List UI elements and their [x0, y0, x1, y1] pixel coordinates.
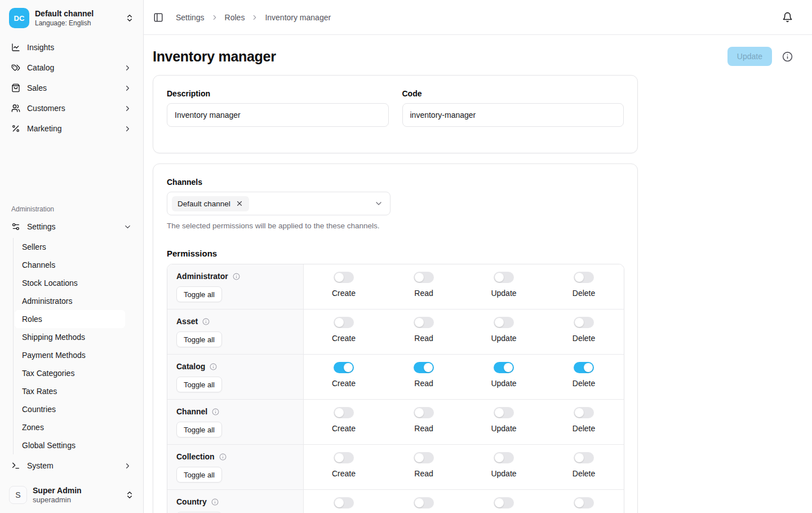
- remove-channel-icon[interactable]: [236, 200, 243, 207]
- toggle-collection-create[interactable]: [334, 452, 354, 463]
- permission-action-label: Delete: [573, 469, 595, 478]
- info-icon[interactable]: [202, 318, 210, 325]
- toggle-administrator-delete[interactable]: [574, 272, 594, 283]
- page-info-button[interactable]: [782, 51, 793, 62]
- toggle-catalog-update[interactable]: [494, 362, 514, 373]
- permission-action-label: Delete: [573, 334, 595, 343]
- toggle-asset-create[interactable]: [334, 317, 354, 328]
- permission-action-label: Delete: [573, 289, 595, 298]
- toggle-asset-update[interactable]: [494, 317, 514, 328]
- sidebar-item-zones[interactable]: Zones: [15, 418, 125, 436]
- toggle-collection-read[interactable]: [414, 452, 434, 463]
- chevron-right-icon: [123, 125, 132, 133]
- permissions-card: Channels Default channel The selected pe…: [153, 163, 638, 513]
- toggle-country-read[interactable]: [414, 497, 434, 508]
- toggle-channel-read[interactable]: [414, 407, 434, 418]
- sidebar-item-marketing[interactable]: Marketing: [7, 118, 136, 139]
- sidebar-item-shipping-methods[interactable]: Shipping Methods: [15, 328, 125, 346]
- sidebar-item-roles[interactable]: Roles: [15, 310, 125, 328]
- breadcrumb-item-roles[interactable]: Roles: [225, 13, 245, 22]
- workspace-language: Language: English: [35, 19, 94, 27]
- permission-action-label: Create: [332, 379, 356, 388]
- sidebar-item-label: Customers: [27, 104, 65, 113]
- permission-row-catalog: CatalogToggle allCreateReadUpdateDelete: [167, 354, 624, 399]
- permission-action-label: Read: [414, 424, 433, 433]
- permission-row-administrator: AdministratorToggle allCreateReadUpdateD…: [167, 264, 624, 309]
- toggle-country-create[interactable]: [334, 497, 354, 508]
- sidebar-item-label: Sales: [27, 83, 47, 92]
- chevrons-up-down-icon: [125, 490, 134, 499]
- breadcrumb-item-settings[interactable]: Settings: [176, 13, 205, 22]
- panel-left-icon: [153, 12, 163, 23]
- workspace-name: Default channel: [35, 9, 94, 18]
- chevron-right-icon: [123, 462, 132, 470]
- code-input[interactable]: [402, 103, 624, 127]
- toggle-asset-delete[interactable]: [574, 317, 594, 328]
- toggle-all-button-asset[interactable]: Toggle all: [176, 331, 222, 347]
- sidebar-item-settings[interactable]: Settings: [7, 216, 136, 237]
- permission-row-collection: CollectionToggle allCreateReadUpdateDele…: [167, 444, 624, 489]
- info-icon[interactable]: [233, 273, 240, 280]
- toggle-country-delete[interactable]: [574, 497, 594, 508]
- info-icon[interactable]: [211, 498, 219, 506]
- update-button[interactable]: Update: [727, 47, 772, 66]
- channels-select[interactable]: Default channel: [167, 192, 391, 215]
- info-icon[interactable]: [212, 408, 219, 415]
- permission-action-label: Read: [414, 289, 433, 298]
- sidebar-item-payment-methods[interactable]: Payment Methods: [15, 346, 125, 364]
- description-input[interactable]: [167, 103, 389, 127]
- toggle-all-button-catalog[interactable]: Toggle all: [176, 377, 222, 392]
- permission-action-label: Create: [332, 469, 356, 478]
- toggle-all-button-channel[interactable]: Toggle all: [176, 422, 222, 437]
- sidebar-item-label: Settings: [27, 222, 56, 231]
- permission-entity-cell: CatalogToggle all: [167, 355, 304, 399]
- bell-icon: [782, 12, 793, 23]
- info-icon: [782, 51, 793, 62]
- toggle-administrator-read[interactable]: [414, 272, 434, 283]
- toggle-administrator-create[interactable]: [334, 272, 354, 283]
- sidebar-item-catalog[interactable]: Catalog: [7, 58, 136, 78]
- toggle-catalog-delete[interactable]: [574, 362, 594, 373]
- toggle-collection-update[interactable]: [494, 452, 514, 463]
- page-content: Inventory manager Update Description Cod…: [144, 35, 812, 513]
- sidebar-item-channels[interactable]: Channels: [15, 256, 125, 274]
- sidebar-toggle-button[interactable]: [153, 12, 163, 23]
- role-details-card: Description Code: [153, 75, 638, 153]
- toggle-channel-delete[interactable]: [574, 407, 594, 418]
- toggle-administrator-update[interactable]: [494, 272, 514, 283]
- sidebar-item-administrators[interactable]: Administrators: [15, 292, 125, 310]
- sidebar-item-countries[interactable]: Countries: [15, 400, 125, 418]
- sidebar-item-sellers[interactable]: Sellers: [15, 238, 125, 256]
- sidebar-item-sales[interactable]: Sales: [7, 78, 136, 98]
- toggle-channel-create[interactable]: [334, 407, 354, 418]
- chevron-right-icon: [123, 104, 132, 113]
- toggle-all-button-collection[interactable]: Toggle all: [176, 467, 222, 483]
- toggle-collection-delete[interactable]: [574, 452, 594, 463]
- sidebar-item-global-settings[interactable]: Global Settings: [15, 436, 125, 454]
- user-menu[interactable]: S Super Admin superadmin: [7, 484, 136, 506]
- toggle-catalog-create[interactable]: [334, 362, 354, 373]
- info-icon[interactable]: [210, 363, 217, 370]
- sidebar-item-insights[interactable]: Insights: [7, 37, 136, 58]
- permission-entity-cell: CollectionToggle all: [167, 445, 304, 489]
- channels-label: Channels: [167, 178, 624, 187]
- sidebar-item-tax-rates[interactable]: Tax Rates: [15, 382, 125, 400]
- user-username: superadmin: [33, 496, 82, 504]
- sidebar-item-system[interactable]: System: [7, 455, 136, 476]
- notifications-button[interactable]: [782, 12, 793, 23]
- permission-action-label: Update: [491, 469, 516, 478]
- sidebar-item-customers[interactable]: Customers: [7, 98, 136, 118]
- toggle-asset-read[interactable]: [414, 317, 434, 328]
- toggle-channel-update[interactable]: [494, 407, 514, 418]
- info-icon[interactable]: [219, 453, 227, 461]
- workspace-switcher[interactable]: DC Default channel Language: English: [7, 6, 136, 34]
- permission-entity-name: Administrator: [176, 272, 228, 281]
- app-root: DC Default channel Language: English Ins…: [0, 0, 812, 513]
- toggle-catalog-read[interactable]: [414, 362, 434, 373]
- toggle-country-update[interactable]: [494, 497, 514, 508]
- sidebar-item-stock-locations[interactable]: Stock Locations: [15, 274, 125, 292]
- sidebar-item-tax-categories[interactable]: Tax Categories: [15, 364, 125, 382]
- toggle-all-button-administrator[interactable]: Toggle all: [176, 286, 222, 302]
- chart-line-icon: [11, 43, 20, 52]
- permission-action-label: Update: [491, 289, 516, 298]
